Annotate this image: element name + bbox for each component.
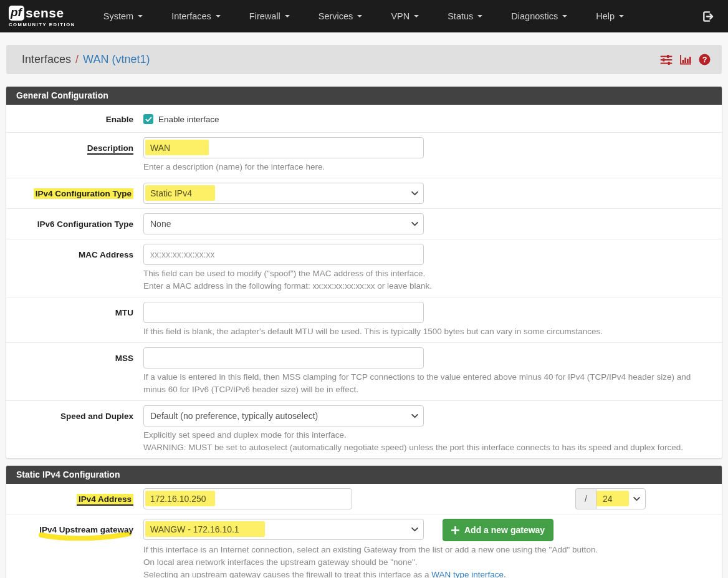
- mac-address-input[interactable]: [143, 244, 424, 265]
- chevron-down-icon: [619, 15, 624, 17]
- field-label-enable: Enable: [16, 112, 133, 125]
- svg-text:?: ?: [702, 55, 707, 64]
- nav-item-system[interactable]: System: [89, 0, 157, 32]
- chevron-down-icon: [477, 15, 482, 17]
- field-help-mss: If a value is entered in this field, the…: [143, 371, 712, 396]
- form-row-mtu: MTU If this field is blank, the adapter'…: [6, 297, 722, 343]
- panel-static-ipv4-configuration: Static IPv4 Configuration IPv4 Address /…: [6, 465, 722, 578]
- field-help-upstream-gateway: If this interface is an Internet connect…: [143, 544, 712, 578]
- field-label-ipv4-address: IPv4 Address: [16, 488, 133, 509]
- logo-pf-box: pf: [9, 6, 24, 21]
- form-row-ipv4-configuration-type: IPv4 Configuration Type Static IPv4: [6, 178, 722, 209]
- sign-out-icon[interactable]: [701, 10, 714, 23]
- field-label-mac: MAC Address: [16, 244, 133, 292]
- panel-title: General Configuration: [6, 87, 722, 105]
- pfsense-logo[interactable]: pf sense COMMUNITY EDITION: [7, 3, 77, 30]
- form-row-description: Description Enter a description (name) f…: [6, 133, 722, 178]
- help-icon[interactable]: ?: [699, 54, 711, 65]
- upstream-gateway-select[interactable]: WANGW - 172.16.10.1: [143, 519, 424, 540]
- field-label-mtu: MTU: [16, 302, 133, 338]
- form-row-mac-address: MAC Address This field can be used to mo…: [6, 239, 722, 297]
- field-label-speed-duplex: Speed and Duplex: [16, 405, 133, 454]
- breadcrumb: Interfaces / WAN (vtnet1) ?: [6, 45, 722, 74]
- main-menu: System Interfaces Firewall Services VPN …: [89, 0, 638, 32]
- sliders-icon[interactable]: [660, 54, 673, 65]
- checkbox-label: Enable interface: [158, 115, 219, 124]
- ipv4-configuration-type-select[interactable]: Static IPv4: [143, 183, 424, 204]
- speed-duplex-select[interactable]: Default (no preference, typically autose…: [143, 405, 424, 426]
- chevron-down-icon: [285, 15, 290, 17]
- chevron-down-icon: [562, 15, 567, 17]
- breadcrumb-page-link[interactable]: WAN (vtnet1): [83, 53, 150, 66]
- chevron-down-icon: [357, 15, 362, 17]
- nav-item-help[interactable]: Help: [582, 0, 638, 32]
- field-label-ipv6-type: IPv6 Configuration Type: [16, 213, 133, 234]
- nav-item-status[interactable]: Status: [433, 0, 497, 32]
- field-help-mac: This field can be used to modify ("spoof…: [143, 267, 712, 292]
- plus-icon: [451, 526, 459, 534]
- add-gateway-button[interactable]: Add a new gateway: [443, 519, 553, 541]
- enable-interface-checkbox[interactable]: Enable interface: [143, 112, 712, 124]
- form-row-enable: Enable Enable interface: [6, 105, 722, 133]
- field-help-description: Enter a description (name) for the inter…: [143, 161, 712, 173]
- description-input[interactable]: [143, 137, 424, 158]
- field-label-ipv4-type: IPv4 Configuration Type: [16, 183, 133, 204]
- nav-item-interfaces[interactable]: Interfaces: [157, 0, 235, 32]
- panel-general-configuration: General Configuration Enable Enable inte…: [6, 86, 722, 459]
- nav-item-services[interactable]: Services: [304, 0, 377, 32]
- highlight-swoosh-annotation: [37, 532, 132, 541]
- ipv4-address-input[interactable]: [143, 488, 352, 509]
- top-navbar: pf sense COMMUNITY EDITION System Interf…: [0, 0, 728, 32]
- subnet-mask-group: / 24: [575, 488, 646, 509]
- nav-item-firewall[interactable]: Firewall: [235, 0, 304, 32]
- subnet-separator: /: [575, 488, 596, 509]
- breadcrumb-section[interactable]: Interfaces: [22, 53, 71, 66]
- breadcrumb-separator: /: [71, 53, 83, 66]
- field-help-speed-duplex: Explicitly set speed and duplex mode for…: [143, 429, 712, 454]
- field-help-mtu: If this field is blank, the adapter's de…: [143, 325, 712, 338]
- chevron-down-icon: [216, 15, 221, 17]
- mss-input[interactable]: [143, 347, 424, 368]
- subnet-mask-select[interactable]: 24: [596, 488, 646, 509]
- nav-item-diagnostics[interactable]: Diagnostics: [497, 0, 582, 32]
- field-label-upstream-gateway: IPv4 Upstream gateway: [16, 519, 133, 578]
- logo-sense-text: sense: [26, 6, 64, 21]
- field-label-description: Description: [16, 137, 133, 173]
- chevron-down-icon: [414, 15, 419, 17]
- checkbox-checked-icon[interactable]: [143, 114, 153, 124]
- form-row-speed-duplex: Speed and Duplex Default (no preference,…: [6, 401, 722, 458]
- form-row-ipv4-address: IPv4 Address / 24: [6, 484, 722, 514]
- wan-type-interface-link[interactable]: WAN type interface.: [431, 570, 506, 578]
- chevron-down-icon: [138, 15, 143, 17]
- form-row-ipv6-configuration-type: IPv6 Configuration Type None: [6, 209, 722, 239]
- bar-chart-icon[interactable]: [679, 54, 692, 65]
- logo-tagline: COMMUNITY EDITION: [9, 22, 75, 27]
- form-row-ipv4-upstream-gateway: IPv4 Upstream gateway WANGW - 172.16.10.…: [6, 514, 722, 578]
- panel-title: Static IPv4 Configuration: [6, 466, 722, 484]
- ipv6-configuration-type-select[interactable]: None: [143, 213, 424, 234]
- mtu-input[interactable]: [143, 302, 424, 323]
- form-row-mss: MSS If a value is entered in this field,…: [6, 343, 722, 401]
- nav-item-vpn[interactable]: VPN: [376, 0, 433, 32]
- field-label-mss: MSS: [16, 347, 133, 396]
